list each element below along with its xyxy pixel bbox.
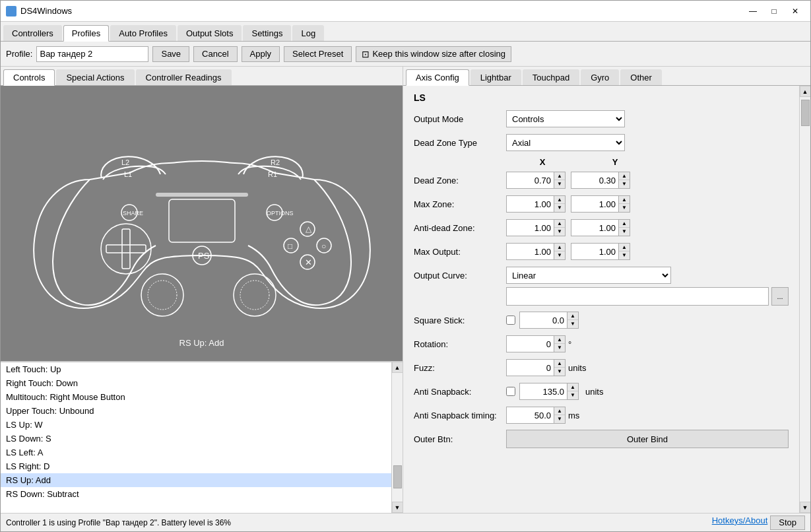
right-scrollbar[interactable]: ▲ ▼ [799, 86, 810, 513]
max-zone-x-down[interactable]: ▼ [554, 204, 565, 212]
tab-output-slots[interactable]: Output Slots [178, 25, 242, 41]
tab-other[interactable]: Other [620, 69, 662, 85]
max-output-y-up[interactable]: ▲ [619, 244, 630, 251]
rotation-input[interactable] [507, 338, 554, 350]
list-item[interactable]: Left Touch: Up [1, 362, 391, 376]
fuzz-input[interactable] [507, 362, 554, 374]
max-output-x-input[interactable] [507, 246, 554, 258]
list-item[interactable]: Multitouch: Right Mouse Button [1, 390, 391, 404]
outer-bind-button[interactable]: Outer Bind [506, 430, 789, 448]
dead-zone-x-down[interactable]: ▼ [554, 180, 565, 188]
left-tabs: Controls Special Actions Controller Read… [1, 67, 403, 86]
anti-dead-zone-x-down[interactable]: ▼ [554, 228, 565, 236]
dead-zone-y-up[interactable]: ▲ [619, 172, 630, 180]
max-output-x-down[interactable]: ▼ [554, 251, 565, 259]
output-mode-select[interactable]: Controls Mouse Mouse Joystick FlickStick [506, 110, 625, 127]
tab-controller-readings[interactable]: Controller Readings [136, 69, 232, 85]
anti-snapback-checkbox[interactable] [506, 387, 515, 396]
close-button[interactable]: ✕ [785, 5, 805, 18]
select-preset-button[interactable]: Select Preset [284, 46, 352, 62]
max-zone-y-up[interactable]: ▲ [619, 196, 630, 204]
anti-dead-zone-y-up[interactable]: ▲ [619, 220, 630, 228]
max-output-y-btns: ▲ ▼ [618, 244, 630, 259]
right-content: LS Output Mode Controls Mouse Mouse Joys… [403, 86, 810, 513]
max-zone-x-up[interactable]: ▲ [554, 196, 565, 204]
square-stick-input[interactable] [520, 314, 567, 327]
dead-zone-x-up[interactable]: ▲ [554, 172, 565, 180]
max-zone-x-input[interactable] [507, 198, 554, 211]
keep-window-button[interactable]: ⊡ Keep this window size after closing [356, 46, 511, 62]
list-item[interactable]: LS Left: A [1, 446, 391, 459]
tab-lightbar[interactable]: Lightbar [470, 69, 521, 85]
rotation-up[interactable]: ▲ [554, 336, 565, 344]
binding-scrollbar[interactable]: ▲ ▼ [391, 362, 403, 513]
save-button[interactable]: Save [152, 46, 189, 62]
max-zone-x-spinbox: ▲ ▼ [506, 195, 566, 213]
dead-zone-y-input[interactable] [571, 174, 618, 187]
output-curve-select[interactable]: Linear Enhanced Precision Quadratic Cubi… [506, 267, 671, 284]
max-output-y-down[interactable]: ▼ [619, 251, 630, 259]
hotkeys-about-link[interactable]: Hotkeys/About [712, 515, 768, 530]
anti-dead-zone-y-down[interactable]: ▼ [619, 228, 630, 236]
tab-axis-config[interactable]: Axis Config [406, 69, 469, 86]
anti-snapback-input[interactable] [520, 385, 567, 398]
tab-log[interactable]: Log [292, 25, 324, 41]
anti-dead-zone-x-input[interactable] [507, 222, 554, 234]
fuzz-down[interactable]: ▼ [554, 368, 565, 376]
anti-dead-zone-x-up[interactable]: ▲ [554, 220, 565, 228]
anti-snapback-up[interactable]: ▲ [568, 383, 578, 391]
rotation-down[interactable]: ▼ [554, 344, 565, 352]
anti-snapback-timing-spinbox: ▲ ▼ [506, 407, 566, 424]
maximize-button[interactable]: □ [764, 5, 784, 18]
dead-zone-x-input[interactable] [507, 174, 554, 187]
right-scroll-up[interactable]: ▲ [800, 86, 811, 97]
tab-touchpad[interactable]: Touchpad [523, 69, 579, 85]
max-output-x-up[interactable]: ▲ [554, 244, 565, 251]
max-zone-y-down[interactable]: ▼ [619, 204, 630, 212]
tab-controllers[interactable]: Controllers [3, 25, 62, 41]
list-item[interactable]: LS Right: D [1, 459, 391, 473]
anti-snapback-down[interactable]: ▼ [568, 391, 578, 399]
curve-edit-button[interactable]: ... [771, 287, 789, 306]
anti-snapback-timing-up[interactable]: ▲ [554, 407, 565, 415]
tab-profiles[interactable]: Profiles [63, 25, 109, 42]
anti-snapback-timing-value: ▲ ▼ ms [506, 407, 789, 424]
tab-special-actions[interactable]: Special Actions [56, 69, 134, 85]
anti-snapback-timing-input[interactable] [507, 409, 554, 422]
profile-name-input[interactable] [36, 46, 148, 62]
dead-zone-spinboxes: ▲ ▼ ▲ ▼ [506, 172, 789, 189]
square-stick-up[interactable]: ▲ [568, 312, 578, 320]
list-item[interactable]: Upper Touch: Unbound [1, 404, 391, 418]
tab-auto-profiles[interactable]: Auto Profiles [110, 25, 176, 41]
anti-dead-zone-y-input[interactable] [571, 222, 618, 234]
fuzz-up[interactable]: ▲ [554, 360, 565, 368]
cancel-button[interactable]: Cancel [193, 46, 237, 62]
right-scroll-down[interactable]: ▼ [800, 502, 811, 513]
binding-list-container[interactable]: Left Touch: Up Right Touch: Down Multito… [1, 362, 391, 513]
scroll-up-arrow[interactable]: ▲ [392, 362, 403, 373]
max-output-y-input[interactable] [571, 246, 618, 258]
max-zone-y-input[interactable] [571, 198, 618, 211]
svg-point-4 [101, 224, 151, 274]
rotation-value: ▲ ▼ ° [506, 335, 789, 352]
minimize-button[interactable]: — [743, 5, 763, 18]
stop-button[interactable]: Stop [770, 515, 805, 530]
list-item[interactable]: Right Touch: Down [1, 376, 391, 390]
scroll-down-arrow[interactable]: ▼ [392, 502, 403, 513]
list-item[interactable]: RS Up: Add [1, 473, 391, 487]
list-item[interactable]: LS Up: W [1, 418, 391, 432]
anti-snapback-btns: ▲ ▼ [567, 383, 578, 399]
tab-controls[interactable]: Controls [3, 69, 55, 86]
list-item[interactable]: LS Down: S [1, 432, 391, 446]
dead-zone-y-down[interactable]: ▼ [619, 180, 630, 188]
tab-gyro[interactable]: Gyro [581, 69, 619, 85]
square-stick-down[interactable]: ▼ [568, 320, 578, 328]
anti-snapback-timing-down[interactable]: ▼ [554, 415, 565, 423]
dead-zone-type-select[interactable]: Axial Radial Custom [506, 134, 625, 151]
list-item[interactable]: RS Down: Subtract [1, 487, 391, 501]
apply-button[interactable]: Apply [242, 46, 280, 62]
fuzz-value: ▲ ▼ units [506, 359, 789, 376]
square-stick-checkbox[interactable] [506, 316, 515, 325]
output-mode-label: Output Mode [414, 114, 506, 124]
tab-settings[interactable]: Settings [243, 25, 291, 41]
